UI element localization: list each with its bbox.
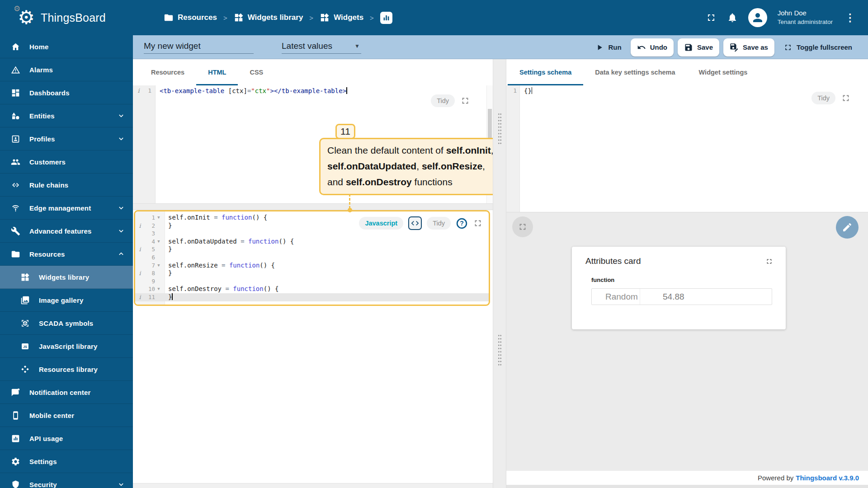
thingsboard-gear-icon: ⚙⚙	[15, 6, 37, 29]
widget-editor-toolbar: Latest values ▼ Run Undo Save Save as	[133, 35, 868, 59]
breadcrumb-item[interactable]: Widgets	[320, 13, 363, 23]
tab-css[interactable]: CSS	[238, 59, 275, 85]
code-line[interactable]: 6	[135, 253, 489, 262]
horizontal-splitter[interactable]	[133, 203, 493, 210]
widget-name-input[interactable]	[144, 41, 254, 51]
fullscreen-icon[interactable]	[460, 96, 470, 106]
sidebar-item-image-gallery[interactable]: Image gallery	[0, 289, 133, 312]
sidebar-item-advanced-features[interactable]: Advanced features	[0, 220, 133, 243]
widget-type-select[interactable]: Latest values ▼	[282, 41, 361, 54]
toolbar-actions: Run Undo Save Save as Toggle fullscreen	[590, 38, 868, 56]
attribute-value: 54.88	[640, 292, 684, 302]
code-line[interactable]: 7▼self.onResize = function() {	[135, 262, 489, 270]
sidebar-item-edge-management[interactable]: Edge management	[0, 197, 133, 220]
tidy-button[interactable]: Tidy	[427, 217, 451, 230]
code-line[interactable]: i11}	[135, 293, 489, 301]
widget-type-value: Latest values	[282, 41, 332, 51]
sidebar-item-label: Alarms	[29, 66, 53, 74]
sidebar-item-label: Image gallery	[39, 296, 83, 304]
breadcrumb-item[interactable]: Resources	[164, 13, 217, 23]
tutorial-step-badge: 11	[335, 124, 355, 139]
sidebar-item-home[interactable]: Home	[0, 35, 133, 58]
save-icon	[684, 43, 693, 52]
text-cursor	[532, 87, 533, 94]
save-as-button[interactable]: Save as	[723, 38, 774, 56]
sidebar-item-dashboards[interactable]: Dashboards	[0, 81, 133, 104]
info-icon: i	[137, 245, 143, 253]
thingsboard-logo[interactable]: ⚙⚙ ThingsBoard	[0, 6, 132, 29]
tidy-button[interactable]: Tidy	[431, 94, 455, 107]
sidebar-item-label: Settings	[29, 458, 57, 465]
sidebar-item-resources-library[interactable]: Resources library	[0, 358, 133, 381]
fullscreen-icon[interactable]	[473, 218, 483, 228]
breadcrumb-item[interactable]: Widgets library	[234, 13, 303, 23]
code-line[interactable]: 4▼self.onDataUpdated = function() {	[135, 238, 489, 246]
save-button[interactable]: Save	[678, 38, 719, 56]
widget-name-field	[144, 41, 254, 54]
preview-fullscreen-button[interactable]	[512, 216, 533, 237]
breadcrumb-item[interactable]	[380, 12, 392, 24]
sidebar-item-notification-center[interactable]: Notification center	[0, 381, 133, 404]
attribute-key: Random	[592, 289, 640, 305]
tab-widget-settings[interactable]: Widget settings	[687, 59, 760, 85]
tab-data-key-settings-schema[interactable]: Data key settings schema	[583, 59, 687, 85]
sidebar-item-api-usage[interactable]: API usage	[0, 427, 133, 450]
splitter-grip[interactable]	[498, 113, 502, 145]
fold-arrow-icon[interactable]: ▼	[155, 238, 162, 246]
code-line[interactable]: 10▼self.onDestroy = function() {	[135, 285, 489, 293]
app-header: ⚙⚙ ThingsBoard Resources>Widgets library…	[0, 0, 868, 35]
tidy-button[interactable]: Tidy	[811, 92, 835, 104]
fullscreen-icon	[783, 43, 793, 52]
avatar[interactable]	[748, 8, 767, 27]
horizontal-scrollbar[interactable]	[133, 483, 493, 488]
code-line[interactable]: i8}	[135, 269, 489, 277]
javascript-code-editor[interactable]: 1▼self.onInit = function() {i2}34▼self.o…	[134, 210, 490, 306]
expand-code-editor-icon[interactable]	[408, 216, 422, 230]
code-line[interactable]: i5}	[135, 245, 489, 253]
fullscreen-icon[interactable]	[841, 93, 851, 103]
undo-icon	[637, 43, 646, 52]
pane-splitter[interactable]	[493, 59, 506, 488]
sidebar-item-widgets-library[interactable]: Widgets library	[0, 266, 133, 289]
attribute-row[interactable]: Random 54.88	[591, 288, 772, 305]
sidebar-item-alarms[interactable]: Alarms	[0, 58, 133, 81]
chevron-down-icon	[117, 227, 125, 235]
settings-schema-editor[interactable]: 1{} Tidy	[506, 85, 868, 212]
run-button[interactable]: Run	[590, 38, 626, 56]
sidebar-item-label: Edge management	[29, 204, 91, 212]
tab-settings-schema[interactable]: Settings schema	[508, 59, 583, 85]
sidebar-item-security[interactable]: Security	[0, 473, 133, 488]
sidebar-item-mobile-center[interactable]: Mobile center	[0, 404, 133, 427]
sidebar-item-scada-symbols[interactable]: SCADA symbols	[0, 312, 133, 335]
sidebar-item-javascript-library[interactable]: JSJavaScript library	[0, 335, 133, 358]
tab-resources[interactable]: Resources	[139, 59, 196, 85]
fold-arrow-icon[interactable]: ▼	[155, 214, 162, 222]
thingsboard-version-link[interactable]: Thingsboard v.3.9.0	[796, 474, 859, 482]
fold-arrow-icon[interactable]: ▼	[155, 262, 162, 270]
breadcrumb-label: Widgets library	[248, 13, 303, 22]
fold-arrow-icon[interactable]: ▼	[155, 285, 162, 293]
tools-icon	[11, 226, 20, 236]
undo-button[interactable]: Undo	[631, 38, 674, 56]
datasource-label: function	[572, 266, 786, 283]
sidebar-item-label: Resources library	[39, 366, 98, 373]
kebab-menu-icon[interactable]: ⋮	[843, 12, 857, 24]
code-line[interactable]: i1<tb-example-table [ctx]="ctx"></tb-exa…	[133, 86, 486, 95]
horizontal-scrollbar[interactable]	[506, 485, 868, 488]
sidebar-item-rule-chains[interactable]: Rule chains	[0, 174, 133, 197]
notifications-bell-icon[interactable]	[727, 12, 738, 23]
edit-widget-button[interactable]	[836, 216, 859, 239]
sidebar-item-profiles[interactable]: Profiles	[0, 127, 133, 150]
help-icon[interactable]: ?	[456, 217, 468, 230]
sidebar-item-settings[interactable]: Settings	[0, 450, 133, 473]
code-line[interactable]: 3	[135, 230, 489, 238]
sidebar-item-entities[interactable]: Entities	[0, 104, 133, 127]
tab-html[interactable]: HTML	[196, 59, 238, 85]
sidebar-item-customers[interactable]: Customers	[0, 150, 133, 174]
code-line[interactable]: 9	[135, 277, 489, 286]
splitter-grip[interactable]	[498, 334, 502, 366]
fullscreen-icon[interactable]	[706, 12, 717, 23]
sidebar-item-resources[interactable]: Resources	[0, 243, 133, 266]
toggle-fullscreen-button[interactable]: Toggle fullscreen	[778, 38, 857, 56]
card-fullscreen-icon[interactable]	[765, 258, 773, 265]
